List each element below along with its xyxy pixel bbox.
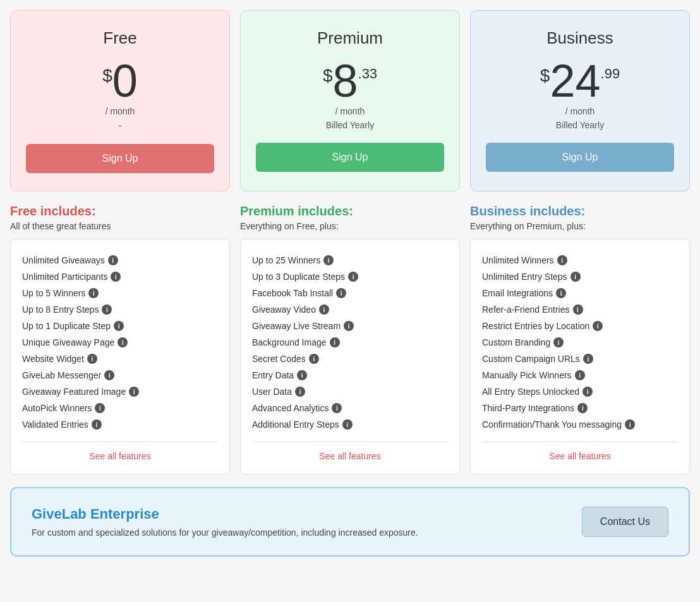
list-item: Up to 25 Winners i	[252, 252, 448, 268]
info-icon[interactable]: i	[319, 304, 329, 315]
free-price-main: 0	[112, 58, 138, 104]
free-dollar-sign: $	[102, 66, 112, 86]
premium-signup-button[interactable]: Sign Up	[256, 143, 444, 172]
info-icon[interactable]: i	[556, 288, 566, 298]
business-plan-name: Business	[486, 28, 674, 48]
info-icon[interactable]: i	[342, 419, 353, 430]
list-item: Custom Campaign URLs i	[482, 351, 678, 367]
list-item: Unlimited Giveaways i	[22, 252, 218, 268]
list-item: Website Widget i	[22, 351, 218, 367]
info-icon[interactable]: i	[570, 272, 581, 282]
free-features-box: Unlimited Giveaways i Unlimited Particip…	[10, 239, 230, 474]
list-item: Advanced Analytics i	[252, 400, 448, 416]
list-item: Custom Branding i	[482, 334, 678, 351]
list-item: Validated Entries i	[22, 416, 218, 433]
info-icon[interactable]: i	[92, 419, 102, 430]
pricing-grid: Free $ 0 / month - Sign Up Premium $ 8 .…	[10, 10, 690, 191]
premium-dollar-sign: $	[323, 66, 333, 86]
list-item: GiveLab Messenger i	[22, 367, 218, 383]
enterprise-title: GiveLab Enterprise	[32, 506, 418, 522]
info-icon[interactable]: i	[336, 288, 346, 298]
list-item: Background Image i	[252, 334, 448, 351]
info-icon[interactable]: i	[573, 304, 583, 315]
premium-features-box: Up to 25 Winners i Up to 3 Duplicate Ste…	[240, 239, 460, 474]
info-icon[interactable]: i	[330, 337, 340, 347]
business-features-column: Business includes: Everything on Premium…	[470, 202, 690, 477]
list-item: Up to 8 Entry Steps i	[22, 301, 218, 318]
features-divider	[252, 442, 448, 442]
list-item: Secret Codes i	[252, 351, 448, 367]
business-billed: Billed Yearly	[486, 120, 674, 130]
contact-us-button[interactable]: Contact Us	[582, 507, 668, 537]
info-icon[interactable]: i	[88, 288, 99, 298]
info-icon[interactable]: i	[129, 387, 139, 397]
free-see-all-link[interactable]: See all features	[22, 451, 218, 461]
info-icon[interactable]: i	[557, 255, 567, 265]
info-icon[interactable]: i	[583, 354, 593, 364]
premium-see-all-link[interactable]: See all features	[252, 451, 448, 461]
business-price-main: 24	[550, 58, 600, 104]
info-icon[interactable]: i	[344, 321, 354, 331]
list-item: Giveaway Featured Image i	[22, 383, 218, 400]
info-icon[interactable]: i	[297, 370, 307, 380]
list-item: Unlimited Winners i	[482, 252, 678, 268]
list-item: Up to 1 Duplicate Step i	[22, 318, 218, 334]
premium-price-main: 8	[332, 58, 358, 104]
info-icon[interactable]: i	[102, 304, 112, 315]
list-item: Third-Party Integrations i	[482, 400, 678, 416]
premium-features-title: Premium includes:	[240, 204, 460, 219]
business-features-subtitle: Everything on Premium, plus:	[470, 221, 690, 231]
info-icon[interactable]: i	[575, 370, 585, 380]
info-icon[interactable]: i	[104, 370, 114, 380]
info-icon[interactable]: i	[553, 337, 564, 347]
info-icon[interactable]: i	[332, 403, 342, 413]
list-item: Up to 3 Duplicate Steps i	[252, 268, 448, 285]
list-item: Unlimited Entry Steps i	[482, 268, 678, 285]
info-icon[interactable]: i	[118, 337, 128, 347]
list-item: Unique Giveaway Page i	[22, 334, 218, 351]
premium-price-period: / month	[256, 106, 444, 116]
list-item: Restrict Entries by Location i	[482, 318, 678, 334]
enterprise-section: GiveLab Enterprise For custom and specia…	[10, 487, 690, 557]
premium-plan-card: Premium $ 8 .33 / month Billed Yearly Si…	[240, 10, 460, 191]
business-features-box: Unlimited Winners i Unlimited Entry Step…	[470, 239, 690, 474]
features-grid: Free includes: All of these great featur…	[10, 202, 690, 477]
free-features-column: Free includes: All of these great featur…	[10, 202, 230, 477]
business-signup-button[interactable]: Sign Up	[486, 143, 674, 172]
info-icon[interactable]: i	[111, 272, 121, 282]
info-icon[interactable]: i	[87, 354, 97, 364]
business-features-header: Business includes: Everything on Premium…	[470, 204, 690, 231]
free-plan-name: Free	[26, 28, 214, 48]
info-icon[interactable]: i	[114, 321, 124, 331]
list-item: All Entry Steps Unlocked i	[482, 383, 678, 400]
info-icon[interactable]: i	[108, 255, 118, 265]
list-item: Refer-a-Friend Entries i	[482, 301, 678, 318]
info-icon[interactable]: i	[309, 354, 319, 364]
free-signup-button[interactable]: Sign Up	[26, 144, 214, 173]
info-icon[interactable]: i	[593, 321, 603, 331]
business-see-all-link[interactable]: See all features	[482, 451, 678, 461]
enterprise-description: For custom and specialized solutions for…	[32, 527, 418, 538]
list-item: AutoPick Winners i	[22, 400, 218, 416]
info-icon[interactable]: i	[348, 272, 358, 282]
list-item: Giveaway Video i	[252, 301, 448, 318]
info-icon[interactable]: i	[625, 419, 635, 430]
info-icon[interactable]: i	[323, 255, 334, 265]
free-plan-card: Free $ 0 / month - Sign Up	[10, 10, 230, 191]
list-item: Entry Data i	[252, 367, 448, 383]
business-price-cents: .99	[601, 66, 620, 82]
info-icon[interactable]: i	[95, 403, 105, 413]
enterprise-text: GiveLab Enterprise For custom and specia…	[32, 506, 418, 538]
features-divider	[482, 442, 678, 442]
info-icon[interactable]: i	[295, 387, 305, 397]
free-features-header: Free includes: All of these great featur…	[10, 204, 230, 231]
business-dollar-sign: $	[540, 66, 550, 86]
free-price-container: $ 0	[26, 58, 214, 104]
business-plan-card: Business $ 24 .99 / month Billed Yearly …	[470, 10, 690, 191]
list-item: Giveaway Live Stream i	[252, 318, 448, 334]
list-item: Unlimited Participants i	[22, 268, 218, 285]
info-icon[interactable]: i	[582, 387, 593, 397]
list-item: Confirmation/Thank You messaging i	[482, 416, 678, 433]
list-item: Email Integrations i	[482, 285, 678, 301]
info-icon[interactable]: i	[577, 403, 588, 413]
